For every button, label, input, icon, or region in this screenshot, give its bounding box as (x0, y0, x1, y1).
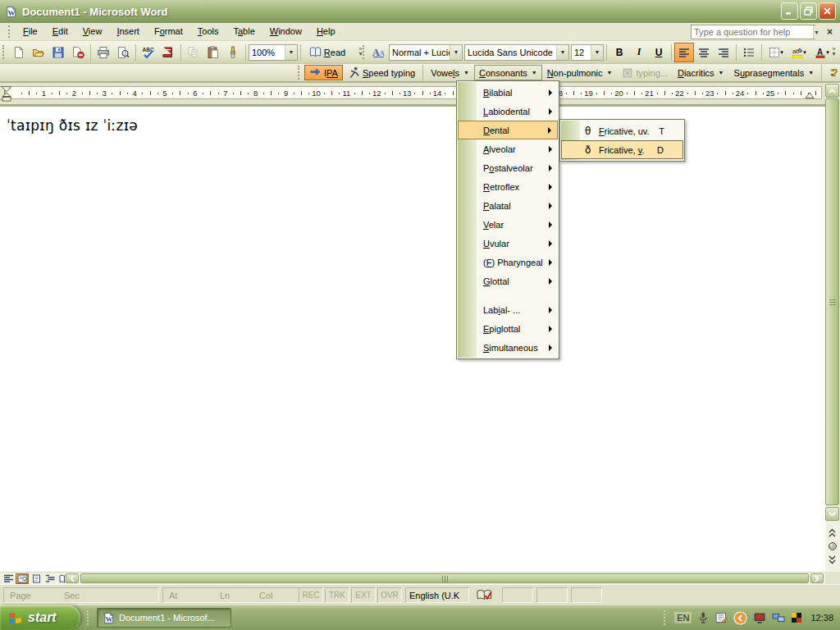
ipa-ipa-button[interactable]: IPA (304, 65, 343, 80)
ipa-consonants-button[interactable]: Consonants▼ (474, 65, 542, 80)
font-size-combo[interactable]: 12 ▼ (571, 44, 604, 61)
status-rec[interactable]: REC (299, 587, 323, 603)
close-button[interactable] (819, 2, 836, 20)
next-page-button[interactable] (825, 555, 839, 564)
ipa-diacritics-button[interactable]: Diacritics▼ (673, 65, 729, 80)
style-combo[interactable]: Normal + Lucid ▼ (389, 44, 463, 61)
horizontal-scrollbar[interactable] (0, 572, 825, 584)
menu-item-dental[interactable]: Dental (458, 121, 558, 139)
normal-view-button[interactable] (2, 573, 15, 584)
borders-dropdown-icon[interactable]: ▾ (780, 49, 783, 56)
zoom-combo[interactable]: 100% ▼ (249, 44, 298, 61)
align-left-button[interactable] (674, 43, 694, 62)
copy-button[interactable] (184, 43, 203, 62)
ipa-non-pulmonic-button[interactable]: Non-pulmonic▼ (542, 65, 618, 80)
scroll-left-button[interactable] (66, 573, 79, 583)
menu-view[interactable]: View (75, 24, 110, 39)
menu-item-glottal[interactable]: Glottal (458, 272, 558, 290)
read-button[interactable]: Read (304, 43, 351, 62)
menu-item-uvular[interactable]: Uvular (458, 234, 558, 253)
highlight-button[interactable]: ab▾ (788, 43, 810, 62)
menu-item-palatal[interactable]: Palatal (458, 196, 558, 215)
ipa-speed-typing-button[interactable]: Speed typing (343, 65, 420, 80)
spelling-status-icon[interactable] (476, 589, 493, 601)
menu-bar-grip[interactable] (8, 25, 11, 38)
scroll-up-button[interactable] (825, 84, 839, 98)
menu-item-labiodental[interactable]: Labiodental (458, 102, 558, 121)
font-combo[interactable]: Lucida Sans Unicode ▼ (464, 44, 569, 61)
menu-item-bilabial[interactable]: Bilabial (458, 83, 558, 102)
font-size-dropdown-icon[interactable]: ▼ (591, 45, 603, 60)
select-browse-object-button[interactable] (825, 541, 839, 551)
quick-launch-grip[interactable] (87, 610, 90, 625)
new-document-button[interactable] (9, 43, 29, 62)
title-bar[interactable]: W Document1 - Microsoft Word (0, 0, 840, 23)
ipa-vowels-button[interactable]: Vowels▼ (426, 65, 474, 80)
status-language[interactable]: English (U.K (409, 591, 459, 600)
scroll-right-button[interactable] (810, 573, 824, 583)
vertical-scroll-thumb[interactable] (825, 98, 839, 505)
permission-button[interactable] (68, 43, 88, 62)
question-input[interactable] (692, 25, 813, 39)
ruler[interactable]: 1234567891011121314151617181920212223242… (0, 83, 825, 104)
web-layout-view-button[interactable] (16, 573, 29, 584)
spelling-and-grammar-button[interactable]: ABC (139, 43, 158, 62)
menu-item-velar[interactable]: Velar (458, 215, 558, 234)
menu-table[interactable]: Table (226, 24, 262, 39)
research-button[interactable] (158, 43, 178, 62)
menu-item-retroflex[interactable]: Retroflex (458, 177, 558, 196)
scroll-down-button[interactable] (825, 507, 839, 521)
menu-item-epiglottal[interactable]: Epiglottal (458, 319, 558, 338)
horizontal-scroll-thumb[interactable] (80, 573, 809, 583)
menu-item-labial[interactable]: Labial- ... (458, 300, 558, 319)
print-button[interactable] (94, 43, 113, 62)
print-preview-button[interactable] (113, 43, 133, 62)
open-button[interactable] (29, 43, 48, 62)
indent-markers-left[interactable] (2, 85, 11, 103)
ipa-toolbar-grip[interactable] (298, 66, 301, 80)
minimize-button[interactable] (781, 2, 798, 20)
style-dropdown-icon[interactable]: ▼ (450, 45, 462, 60)
borders-button[interactable]: ▾ (765, 43, 788, 62)
previous-page-button[interactable] (825, 528, 839, 537)
network-status-icon[interactable] (772, 612, 785, 623)
color-app-icon[interactable] (791, 612, 802, 623)
menu-insert[interactable]: Insert (109, 24, 147, 39)
status-ext[interactable]: EXT (351, 587, 376, 603)
menu-item-f-pharyngeal[interactable]: (F) Pharyngeal (458, 253, 558, 272)
styles-button[interactable]: AA (369, 43, 389, 62)
format-painter-button[interactable] (223, 43, 243, 62)
start-button[interactable]: start (0, 605, 80, 630)
status-trk[interactable]: TRK (325, 587, 349, 603)
submenu-item-fricative-v-d[interactable]: ðFricative, v.D (561, 140, 683, 159)
menu-tools[interactable]: Tools (190, 24, 226, 39)
document-area[interactable]: ˈtaɪpɪŋ ðɪs ɪz ˈiːzɪə (0, 107, 825, 572)
display-settings-icon[interactable] (753, 612, 766, 624)
menu-item-postalveolar[interactable]: Postalveolar (458, 158, 558, 177)
paste-button[interactable] (203, 43, 223, 62)
menu-window[interactable]: Window (262, 24, 309, 39)
menu-file[interactable]: File (16, 24, 45, 39)
standard-toolbar-options[interactable]: »▾ (355, 41, 366, 62)
indent-marker-right[interactable] (805, 92, 815, 99)
zoom-dropdown-icon[interactable]: ▼ (285, 45, 297, 60)
submenu-item-fricative-uv-t[interactable]: θFricative, uv.T (561, 121, 683, 140)
menu-item-simultaneous[interactable]: Simultaneous (458, 338, 558, 357)
italic-button[interactable]: I (629, 43, 649, 62)
toolbar-close-icon[interactable]: × (827, 26, 833, 38)
align-center-button[interactable] (694, 43, 714, 62)
font-dropdown-icon[interactable]: ▼ (556, 45, 568, 60)
highlight-dropdown-icon[interactable]: ▾ (803, 49, 806, 56)
status-ovr[interactable]: OVR (377, 587, 402, 603)
bold-button[interactable]: B (609, 43, 629, 62)
formatting-toolbar-options[interactable]: »▾ (829, 41, 839, 62)
ipa-typing-button[interactable]: typing... (617, 65, 673, 80)
microphone-icon[interactable] (697, 611, 709, 624)
ipa-toolbar-options[interactable]: »▾ (827, 62, 838, 84)
menu-help[interactable]: Help (309, 24, 343, 39)
print-layout-view-button[interactable] (30, 573, 43, 584)
question-box[interactable]: ▼ (691, 25, 815, 39)
speech-tools-icon[interactable] (714, 611, 728, 624)
standard-toolbar-grip[interactable] (2, 45, 6, 59)
hide-icons-chevron-icon[interactable] (733, 611, 747, 625)
